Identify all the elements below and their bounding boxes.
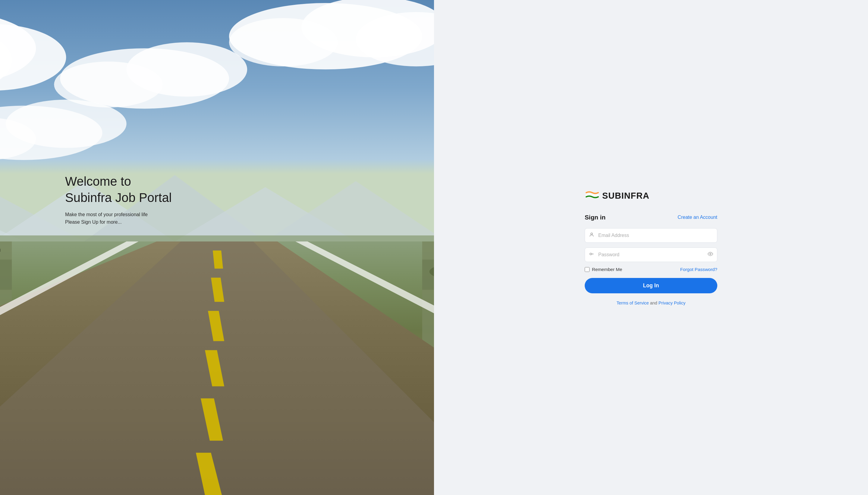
svg-point-15 bbox=[229, 18, 337, 66]
password-field-wrapper bbox=[585, 248, 717, 262]
remember-row: Remember Me Forgot Password? bbox=[585, 267, 717, 272]
forgot-password-link[interactable]: Forgot Password? bbox=[680, 267, 717, 272]
terms-row: Terms of Service and Privacy Policy bbox=[585, 301, 717, 305]
login-button[interactable]: Log In bbox=[585, 278, 717, 293]
key-icon bbox=[589, 252, 594, 258]
remember-me-group: Remember Me bbox=[585, 267, 622, 272]
hero-panel: Welcome to Subinfra Job Portal Make the … bbox=[0, 0, 434, 495]
password-input[interactable] bbox=[585, 248, 717, 262]
user-icon bbox=[589, 232, 594, 239]
svg-rect-45 bbox=[0, 249, 0, 252]
logo-area: SUBINFRA bbox=[585, 190, 717, 202]
svg-point-54 bbox=[591, 233, 592, 235]
create-account-link[interactable]: Create an Account bbox=[678, 215, 717, 220]
signin-header: Sign in Create an Account bbox=[585, 214, 717, 221]
terms-and-text: and bbox=[650, 301, 659, 305]
welcome-text-block: Welcome to Subinfra Job Portal Make the … bbox=[65, 173, 172, 226]
svg-point-55 bbox=[590, 253, 592, 255]
signin-title: Sign in bbox=[585, 214, 606, 221]
privacy-policy-link[interactable]: Privacy Policy bbox=[659, 301, 685, 305]
logo-icon bbox=[585, 190, 600, 202]
auth-panel: SUBINFRA Sign in Create an Account bbox=[434, 0, 868, 495]
welcome-subtitle: Make the most of your professional life … bbox=[65, 211, 172, 226]
remember-me-label: Remember Me bbox=[592, 267, 622, 272]
email-input[interactable] bbox=[585, 228, 717, 243]
logo-text: SUBINFRA bbox=[602, 191, 649, 201]
svg-point-56 bbox=[710, 253, 711, 255]
svg-rect-27 bbox=[0, 259, 12, 290]
eye-icon[interactable] bbox=[708, 252, 713, 258]
login-form-container: SUBINFRA Sign in Create an Account bbox=[585, 190, 717, 305]
remember-me-checkbox[interactable] bbox=[585, 267, 590, 272]
email-field-wrapper bbox=[585, 228, 717, 243]
welcome-title: Welcome to Subinfra Job Portal bbox=[65, 173, 172, 206]
terms-of-service-link[interactable]: Terms of Service bbox=[617, 301, 649, 305]
